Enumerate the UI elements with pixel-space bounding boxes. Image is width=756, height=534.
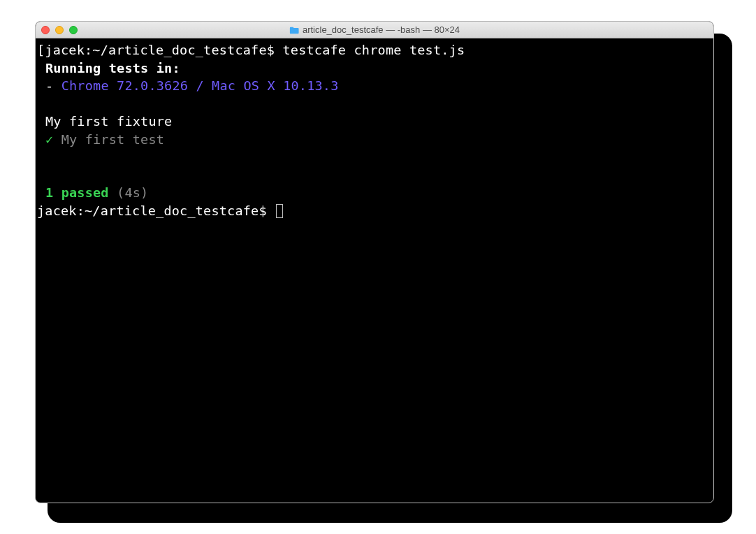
environment-line: - Chrome 72.0.3626 / Mac OS X 10.13.3 xyxy=(37,77,712,95)
passed-count: 1 xyxy=(45,185,53,200)
passed-label: passed xyxy=(53,185,108,200)
running-tests-label: Running tests in: xyxy=(37,59,712,78)
cursor xyxy=(276,204,283,218)
test-result-line: ✓ My first test xyxy=(37,131,712,149)
window-title-text: article_doc_testcafe — -bash — 80×24 xyxy=(303,24,460,35)
close-button[interactable] xyxy=(41,26,50,34)
dash: - xyxy=(45,78,61,93)
duration-text: (4s) xyxy=(109,185,149,200)
traffic-lights xyxy=(41,26,78,34)
terminal-window: article_doc_testcafe — -bash — 80×24 [ja… xyxy=(35,21,714,503)
prompt-text: [jacek:~/article_doc_testcafe$ xyxy=(37,43,282,57)
summary-line: 1 passed (4s) xyxy=(37,184,712,202)
prompt-line: jacek:~/article_doc_testcafe$ xyxy=(37,202,712,220)
check-icon: ✓ xyxy=(45,132,53,147)
minimize-button[interactable] xyxy=(55,26,64,34)
blank-line xyxy=(37,166,712,185)
maximize-button[interactable] xyxy=(69,26,78,34)
terminal-body[interactable]: [jacek:~/article_doc_testcafe$ testcafe … xyxy=(36,38,713,222)
command-line: [jacek:~/article_doc_testcafe$ testcafe … xyxy=(37,41,712,59)
blank-line xyxy=(37,95,712,113)
prompt-text: jacek:~/article_doc_testcafe$ xyxy=(37,203,275,218)
command-text: testcafe chrome test.js xyxy=(282,43,465,57)
fixture-name: My first fixture xyxy=(37,113,712,131)
blank-line xyxy=(37,148,712,166)
environment-text: Chrome 72.0.3626 / Mac OS X 10.13.3 xyxy=(61,78,339,93)
folder-icon xyxy=(289,26,299,34)
test-name: My first test xyxy=(53,132,164,147)
window-title: article_doc_testcafe — -bash — 80×24 xyxy=(36,24,713,35)
window-titlebar[interactable]: article_doc_testcafe — -bash — 80×24 xyxy=(36,22,713,38)
